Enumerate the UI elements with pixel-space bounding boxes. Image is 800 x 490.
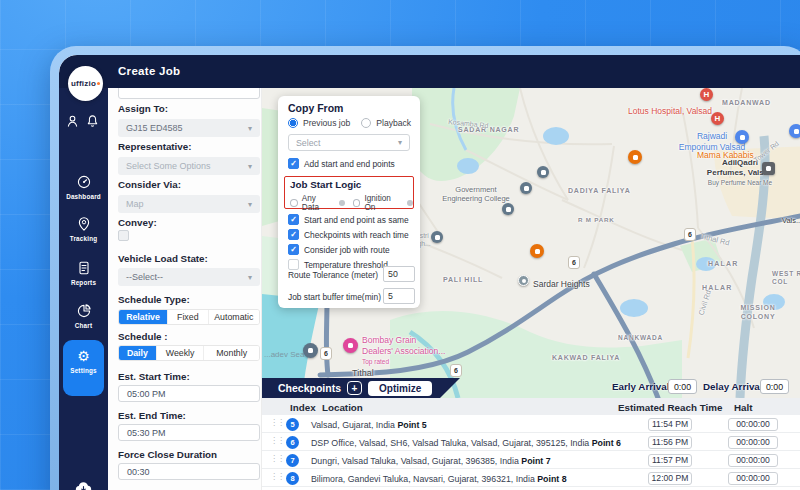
reach-time-checkbox[interactable] xyxy=(288,229,299,240)
schedule-type-automatic[interactable]: Automatic xyxy=(209,310,259,324)
user-icon[interactable] xyxy=(65,114,80,129)
consider-via-label: Consider Via: xyxy=(118,179,181,190)
table-row: ⋮⋮ 6 DSP Office, Valsad, SH6, Valsad Tal… xyxy=(262,433,800,451)
map-label-partial: Vals... xyxy=(782,216,800,225)
checkpoints-label: Checkpoints xyxy=(278,382,341,394)
sidebar-cloud-download[interactable] xyxy=(59,480,108,490)
halt-input[interactable]: 00:00:00 xyxy=(728,454,778,467)
copy-from-panel: Copy From Previous job Playback Select ▾… xyxy=(278,96,420,308)
checkpoints-bar: Checkpoints + Optimize xyxy=(262,378,460,398)
delay-arrival-input[interactable]: 0:00 xyxy=(760,379,789,394)
checkpoint-table: ⋮⋮ 5 Valsad, Gujarat, India Point 5 11:5… xyxy=(262,415,800,490)
halt-input[interactable]: 00:00:00 xyxy=(728,436,778,449)
index-badge: 5 xyxy=(286,418,299,431)
previous-job-label: Previous job xyxy=(303,118,350,128)
any-data-radio[interactable] xyxy=(290,199,298,207)
grain-market-marker-icon xyxy=(343,338,358,353)
map-label-area: PALI HILL xyxy=(443,276,483,285)
consider-via-select[interactable]: Map▾ xyxy=(118,195,260,213)
playback-radio[interactable] xyxy=(361,118,371,128)
any-data-label: Any Data xyxy=(302,194,335,212)
vehicle-load-select[interactable]: --Select--▾ xyxy=(118,268,260,286)
reach-time-input[interactable]: 12:00 PM xyxy=(648,472,692,485)
app-window-frame: Lotus Hospital, Valsad SADAR NAGAR MADAN… xyxy=(50,46,800,490)
cloud-download-icon xyxy=(74,480,93,490)
map-label-college: Government Engineering College xyxy=(426,185,526,204)
transit-marker-icon xyxy=(537,166,549,178)
sidebar-item-reports[interactable]: Reports xyxy=(59,260,108,286)
drag-handle-icon[interactable]: ⋮⋮ xyxy=(270,472,284,481)
sidebar-item-chart[interactable]: Chart xyxy=(59,303,108,329)
representative-select[interactable]: Select Some Options▾ xyxy=(118,157,260,175)
same-point-checkbox-row[interactable]: Start and end point as same xyxy=(288,214,409,225)
halt-input[interactable]: 00:00:00 xyxy=(728,472,778,485)
map-label-water: ...adev Sea xyxy=(264,350,304,360)
assign-to-select[interactable]: GJ15 ED4585▾ xyxy=(118,119,260,137)
index-badge: 6 xyxy=(286,436,299,449)
drag-handle-icon[interactable]: ⋮⋮ xyxy=(270,454,284,463)
add-start-end-checkbox[interactable] xyxy=(288,158,299,169)
optimize-button[interactable]: Optimize xyxy=(368,381,432,396)
playback-label: Playback xyxy=(376,118,411,128)
poi-dot-icon xyxy=(518,275,529,286)
map-label-area: MISSION COLONY xyxy=(728,304,788,322)
copy-from-select[interactable]: Select ▾ xyxy=(288,134,410,151)
add-checkpoint-button[interactable]: + xyxy=(347,381,362,395)
highway-shield-icon: 6 xyxy=(450,364,462,377)
location-text: Valsad, Gujarat, India xyxy=(311,420,397,430)
est-end-input[interactable]: 05:30 PM xyxy=(118,424,260,441)
sidebar-item-settings[interactable]: ⚙ Settings xyxy=(59,348,108,374)
schedule-type-relative[interactable]: Relative xyxy=(119,310,168,324)
table-row: ⋮⋮ 8 Bilimora, Gandevi Taluka, Navsari, … xyxy=(262,469,800,487)
early-arrival-input[interactable]: 0:00 xyxy=(668,379,697,394)
est-start-label: Est. Start Time: xyxy=(118,371,190,382)
reach-time-input[interactable]: 11:54 PM xyxy=(648,418,692,431)
early-arrival-label: Early Arrival xyxy=(612,381,669,392)
info-dot-icon xyxy=(339,200,345,206)
cart-marker-icon xyxy=(789,124,800,138)
reach-time-input[interactable]: 11:57 PM xyxy=(648,454,692,467)
est-start-input[interactable]: 05:00 PM xyxy=(118,385,260,402)
route-tolerance-label: Route Tolerance (meter) xyxy=(288,270,378,280)
schedule-daily[interactable]: Daily xyxy=(119,346,157,360)
map-label-area: MADANWAD xyxy=(722,99,771,108)
page-header: Create Job xyxy=(59,55,800,88)
halt-input[interactable]: 00:00:00 xyxy=(728,418,778,431)
previous-job-radio[interactable] xyxy=(288,118,298,128)
with-route-checkbox[interactable] xyxy=(288,244,299,255)
sidebar-item-dashboard[interactable]: Dashboard xyxy=(59,174,108,200)
schedule-type-fixed[interactable]: Fixed xyxy=(168,310,209,324)
temperature-checkbox-row[interactable]: Temperature threshold xyxy=(288,259,388,270)
reach-time-checkbox-row[interactable]: Checkpoints with reach time xyxy=(288,229,409,240)
schedule-monthly[interactable]: Monthly xyxy=(204,346,259,360)
schedule-weekly[interactable]: Weekly xyxy=(157,346,205,360)
copy-from-title: Copy From xyxy=(288,102,343,114)
drag-handle-icon[interactable]: ⋮⋮ xyxy=(270,418,284,427)
add-start-end-checkbox-row[interactable]: Add start and end points xyxy=(288,158,395,169)
same-point-checkbox[interactable] xyxy=(288,214,299,225)
header-halt: Halt xyxy=(734,402,753,413)
map-label-area: KAKWAD FALIYA xyxy=(552,354,620,363)
reach-time-input[interactable]: 11:56 PM xyxy=(648,436,692,449)
convey-label: Convey: xyxy=(118,217,157,228)
highway-shield-icon: 6 xyxy=(320,347,332,360)
tracking-pin-icon xyxy=(76,216,92,232)
cart-marker-icon xyxy=(530,244,544,258)
representative-label: Representative: xyxy=(118,141,192,152)
with-route-checkbox-row[interactable]: Consider job with route xyxy=(288,244,390,255)
sidebar-item-tracking[interactable]: Tracking xyxy=(59,216,108,242)
force-close-label: Force Close Duration xyxy=(118,449,217,460)
convey-checkbox[interactable] xyxy=(118,230,129,241)
info-dot-icon xyxy=(407,200,413,206)
force-close-input[interactable]: 00:30 xyxy=(118,463,260,480)
job-start-logic-title: Job Start Logic xyxy=(290,179,361,190)
app-window: Lotus Hospital, Valsad SADAR NAGAR MADAN… xyxy=(59,55,800,490)
buffer-time-input[interactable]: 5 xyxy=(383,288,415,304)
ignition-on-radio[interactable] xyxy=(353,199,361,207)
temperature-checkbox[interactable] xyxy=(288,259,299,270)
bell-icon[interactable] xyxy=(85,114,100,129)
header-index: Index xyxy=(290,402,316,413)
map-label-area: DADIYA FALIYA xyxy=(568,187,631,196)
drag-handle-icon[interactable]: ⋮⋮ xyxy=(270,436,284,445)
route-tolerance-input[interactable]: 50 xyxy=(383,266,415,282)
